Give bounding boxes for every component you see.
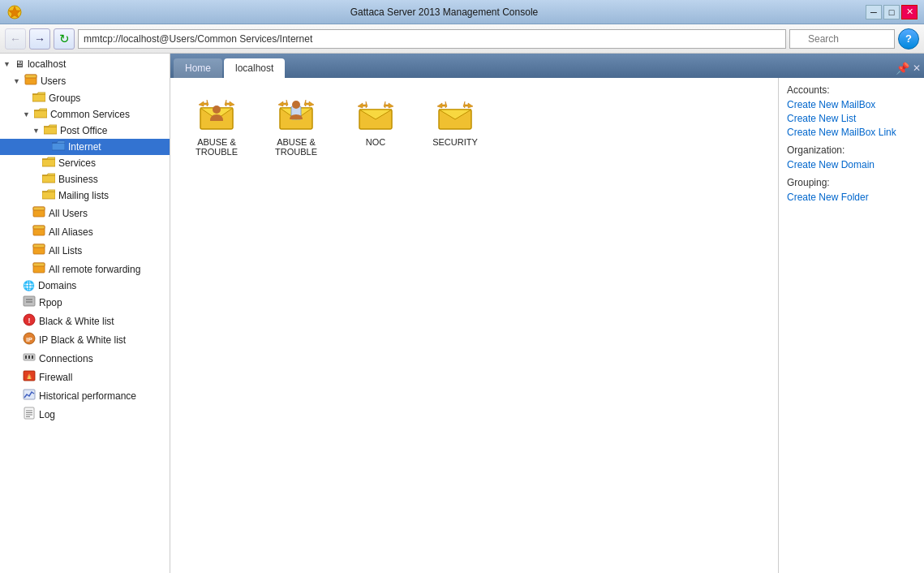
svg-rect-5 [33,207,45,210]
tab-bar-controls: 📌 ✕ [896,62,921,78]
sidebar-item-label: Black & White list [39,316,114,327]
content-and-right: ABUSE &TROUBLE [170,78,924,573]
abuse-trouble-1-graphic [197,95,236,134]
close-button[interactable]: ✕ [901,5,918,19]
users-icon [24,73,37,88]
sidebar-item-ip-black-white-list[interactable]: ▶ IP IP Black & White list [0,330,170,349]
right-panel: Accounts: Create New MailBox Create New … [778,78,924,573]
accounts-title: Accounts: [787,84,916,96]
content-panel: ABUSE &TROUBLE [170,78,778,573]
window-controls: ─ □ ✕ [866,5,918,19]
tab-close-button[interactable]: ✕ [913,62,921,74]
sidebar-item-all-users[interactable]: ▶ All Users [0,204,170,222]
sidebar-item-black-white-list[interactable]: ▶ ! Black & White list [0,312,170,330]
minimize-button[interactable]: ─ [866,5,882,19]
sidebar-item-domains[interactable]: ▶ 🌐 Domains [0,278,170,293]
services-folder-icon [42,157,55,170]
log-icon [23,407,36,422]
all-users-icon [32,205,45,221]
all-aliases-icon [32,224,45,239]
sidebar-item-common-services[interactable]: ▼ Common Services [0,106,170,123]
sidebar-item-label: Business [58,174,98,185]
create-list-link[interactable]: Create New List [787,113,916,124]
black-white-list-icon: ! [23,313,36,329]
icon-noc[interactable]: NOC [339,88,412,164]
sidebar-item-mailing-lists[interactable]: ▶ Mailing lists [0,187,170,204]
expand-arrow: ▼ [32,127,40,135]
rpop-icon [23,295,36,310]
tab-bar: Home localhost 📌 ✕ [170,54,924,78]
sidebar-item-all-lists[interactable]: ▶ All Lists [0,241,170,260]
sidebar-item-all-aliases[interactable]: ▶ All Aliases [0,222,170,241]
sidebar-item-label: Post Office [60,125,107,136]
icon-noc-label: NOC [366,137,385,147]
help-button[interactable]: ? [898,28,919,50]
sidebar-item-groups[interactable]: ▶ Groups [0,90,170,106]
icon-security-label: SECURITY [432,137,478,147]
svg-rect-12 [24,296,35,306]
content-area: Home localhost 📌 ✕ [170,54,924,573]
app-icon [6,4,23,20]
sidebar-item-label: Internet [68,141,101,153]
sidebar-item-label: Groups [49,93,80,104]
sidebar-item-connections[interactable]: ▶ Connections [0,349,170,368]
groups-folder-icon [32,92,45,105]
icon-abuse-trouble-2[interactable]: ABUSE &TROUBLE [260,88,333,164]
sidebar-item-label: Firewall [39,372,72,383]
svg-point-31 [213,106,221,114]
svg-rect-11 [33,263,45,266]
tab-pin-button[interactable]: 📌 [896,62,909,75]
svg-rect-7 [33,226,45,229]
create-domain-link[interactable]: Create New Domain [787,159,916,170]
security-graphic [436,95,475,134]
sidebar-item-label: All remote forwarding [49,264,140,275]
back-button[interactable]: ← [5,28,26,50]
sidebar-item-business[interactable]: ▶ Business [0,171,170,187]
sidebar-item-post-office[interactable]: ▼ Post Office [0,123,170,139]
icon-abuse-trouble-2-label: ABUSE &TROUBLE [275,137,317,157]
window-title: Gattaca Server 2013 Management Console [23,6,866,18]
forward-button[interactable]: → [29,28,50,50]
sidebar-item-log[interactable]: ▶ Log [0,405,170,424]
icon-abuse-trouble-1-label: ABUSE &TROUBLE [196,137,238,157]
svg-point-34 [292,101,300,109]
sidebar-item-localhost[interactable]: ▼ 🖥 localhost [0,57,170,71]
create-mailbox-link-link[interactable]: Create New MailBox Link [787,127,916,138]
sidebar-item-rpop[interactable]: ▶ Rpop [0,293,170,312]
sidebar-item-services[interactable]: ▶ Services [0,155,170,171]
svg-text:IP: IP [26,336,32,343]
localhost-icon: 🖥 [15,58,24,70]
refresh-button[interactable]: ↻ [54,28,75,50]
search-input[interactable] [789,29,895,49]
svg-rect-9 [33,244,45,248]
icon-abuse-trouble-1[interactable]: ABUSE &TROUBLE [180,88,253,164]
sidebar-item-label: All Users [49,208,88,219]
create-folder-link[interactable]: Create New Folder [787,192,916,203]
tab-home[interactable]: Home [174,58,222,78]
sidebar-item-all-remote-forwarding[interactable]: ▶ All remote forwarding [0,260,170,278]
post-office-folder-icon [44,124,57,137]
tab-localhost[interactable]: localhost [224,58,285,78]
nav-bar: ← → ↻ 🔍 ? [0,24,924,54]
mailing-lists-folder-icon [42,189,55,202]
sidebar-item-label: Services [58,157,96,169]
search-container: 🔍 [789,29,895,49]
maximize-button[interactable]: □ [883,5,900,19]
sidebar-item-label: Mailing lists [58,190,109,201]
sidebar-item-label: localhost [28,58,66,70]
tab-localhost-label: localhost [235,62,273,74]
sidebar-item-label: Domains [38,280,76,291]
noc-graphic [356,95,395,134]
sidebar-item-label: Rpop [39,297,62,308]
expand-arrow: ▼ [3,60,11,68]
sidebar-item-internet[interactable]: ▶ Internet [0,139,170,155]
address-bar[interactable] [78,29,786,49]
icon-security[interactable]: SECURITY [419,88,492,164]
sidebar-item-users[interactable]: ▼ Users [0,71,170,90]
sidebar-item-label: All Aliases [49,226,93,238]
sidebar-item-historical-performance[interactable]: ▶ Historical performance [0,386,170,405]
create-mailbox-link[interactable]: Create New MailBox [787,99,916,110]
sidebar-item-label: Historical performance [39,390,136,402]
title-bar: Gattaca Server 2013 Management Console ─… [0,0,924,24]
sidebar-item-firewall[interactable]: ▶ Firewall [0,368,170,386]
